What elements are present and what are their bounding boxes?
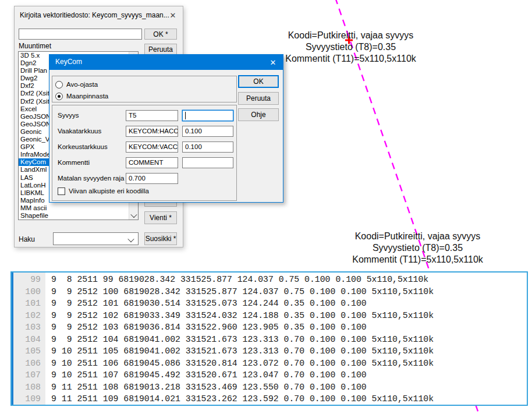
line-text: 9 8 2511 99 6819028.342 331525.877 124.0… — [45, 275, 428, 284]
cancel-button[interactable]: Peruuta — [238, 92, 279, 105]
field-code-input[interactable]: KEYCOM:HACC — [126, 126, 178, 137]
keycom-dialog: KeyCom ✕ Avo-ojastaMaanpinnasta SyvyysT5… — [49, 54, 283, 203]
field-code-input[interactable]: KEYCOM:VACC — [126, 141, 178, 153]
line-text: 9 10 2511 107 6819045.492 331520.671 123… — [45, 370, 367, 380]
data-row: 1099 11 2511 109 6819014.021 331523.262 … — [13, 393, 527, 405]
line-text: 9 11 2511 108 6819013.218 331523.469 123… — [45, 383, 367, 392]
search-combobox[interactable] — [53, 232, 139, 245]
help-button[interactable]: Ohje — [238, 108, 279, 121]
format-item[interactable]: MM ascii — [19, 204, 138, 212]
ok-button[interactable]: OK * — [144, 29, 177, 40]
filename-input[interactable] — [19, 29, 142, 40]
data-row: 1089 11 2511 108 6819013.218 331523.469 … — [13, 381, 527, 394]
close-icon[interactable]: ✕ — [263, 55, 283, 70]
annotation-line: Koodi=Putkireitti, vajaa syvyys — [265, 30, 437, 41]
line-text: 9 9 2512 103 6819036.814 331522.960 123.… — [45, 323, 367, 332]
search-label: Haku — [19, 235, 35, 243]
line-number: 107 — [13, 370, 45, 380]
annotation-line: Syvyystieto (T8)=0.35 — [265, 41, 437, 53]
write-dialog-title: Kirjoita vektoritiedosto: Keycom_syvyys_… — [20, 11, 169, 19]
radio-option[interactable]: Avo-ojasta — [55, 80, 98, 89]
write-dialog-titlebar[interactable]: Kirjoita vektoritiedosto: Keycom_syvyys_… — [15, 6, 183, 24]
chevron-down-icon — [127, 236, 134, 242]
line-number: 100 — [13, 287, 45, 296]
field-label: Matalan syvyyden raja — [58, 175, 124, 182]
line-number: 108 — [13, 383, 45, 392]
text-caret — [185, 112, 186, 119]
data-row: 1039 9 2512 103 6819036.814 331522.960 1… — [13, 321, 527, 334]
data-row: 1079 10 2511 107 6819045.492 331520.671 … — [13, 369, 527, 381]
field-code-input[interactable]: 0.700 — [126, 173, 178, 184]
radio-label: Maanpinnasta — [66, 93, 108, 100]
field-value-input[interactable]: 0.100 — [182, 126, 233, 137]
data-row: 999 8 2511 99 6819028.342 331525.877 124… — [13, 274, 527, 286]
cancel-button[interactable]: Peruuta — [144, 44, 177, 55]
field-label: Vaakatarkkuus — [58, 128, 101, 135]
field-value-input[interactable] — [182, 157, 233, 168]
map-annotation-top: Koodi=Putkireitti, vajaa syvyysSyvyystie… — [265, 30, 437, 65]
line-text: 9 9 2512 102 6819033.349 331524.032 124.… — [45, 311, 434, 320]
checkbox-label: Viivan alkupiste eri koodilla — [69, 187, 149, 194]
line-number: 101 — [13, 299, 45, 308]
line-number: 102 — [13, 311, 45, 320]
line-text: 9 10 2511 106 6819045.086 331520.814 123… — [45, 359, 434, 368]
field-code-input[interactable]: T5 — [126, 110, 178, 121]
ok-button[interactable]: OK — [238, 75, 279, 88]
map-annotation-bottom: Koodi=Putkireitti, vajaa syvyysSyvyystie… — [332, 231, 503, 266]
field-label: Korkeustarkkuus — [58, 143, 108, 150]
line-text: 9 11 2511 109 6819014.021 331523.262 123… — [45, 394, 434, 404]
keycom-title: KeyCom — [55, 58, 82, 66]
line-text: 9 10 2511 105 6819041.002 331521.673 123… — [45, 346, 434, 356]
scroll-down-icon[interactable] — [129, 211, 138, 220]
radio-option[interactable]: Maanpinnasta — [55, 91, 108, 101]
line-number: 104 — [13, 335, 45, 344]
format-item[interactable]: Shapefile — [19, 212, 138, 220]
field-label: Kommentti — [58, 159, 90, 166]
keycom-titlebar[interactable]: KeyCom ✕ — [49, 55, 283, 70]
data-row: 1009 9 2512 100 6819028.342 331525.877 1… — [13, 286, 527, 298]
field-label: Syvyys — [58, 112, 79, 119]
data-row: 1029 9 2512 102 6819033.349 331524.032 1… — [13, 310, 527, 322]
data-row: 1059 10 2511 105 6819041.002 331521.673 … — [13, 345, 527, 358]
data-rows: 999 8 2511 99 6819028.342 331525.877 124… — [13, 274, 527, 405]
annotation-line: Koodi=Putkireitti, vajaa syvyys — [332, 231, 503, 242]
export-button[interactable]: Vienti * — [144, 211, 177, 224]
annotation-line: Kommentit (T11)=5x110,5x110k — [265, 53, 437, 65]
converters-label: Muuntimet — [19, 42, 51, 50]
checkbox-icon[interactable] — [58, 187, 65, 195]
file-preview-panel: 999 8 2511 99 6819028.342 331525.877 124… — [10, 271, 528, 406]
favorite-button[interactable]: Suosikki * — [144, 232, 177, 245]
close-icon[interactable]: ✕ — [168, 10, 178, 20]
radio-label: Avo-ojasta — [66, 81, 98, 88]
data-row: 1069 10 2511 106 6819045.086 331520.814 … — [13, 358, 527, 370]
data-row: 1049 9 2512 104 6819041.002 331521.673 1… — [13, 334, 527, 346]
line-number: 103 — [13, 323, 45, 332]
radio-icon[interactable] — [55, 81, 63, 89]
line-text: 9 9 2512 101 6819030.514 331525.073 124.… — [45, 299, 367, 308]
start-point-code-checkbox[interactable]: Viivan alkupiste eri koodilla — [58, 187, 149, 195]
line-number: 105 — [13, 346, 45, 356]
line-number: 99 — [13, 275, 45, 284]
line-number: 106 — [13, 359, 45, 368]
annotation-line: Kommentit (T11)=5x110,5x110k — [332, 254, 503, 266]
field-code-input[interactable]: COMMENT — [126, 157, 178, 168]
field-value-input[interactable]: 0.100 — [182, 141, 233, 153]
line-text: 9 9 2512 100 6819028.342 331525.877 124.… — [45, 287, 434, 296]
radio-icon[interactable] — [55, 93, 63, 100]
field-value-input[interactable] — [182, 110, 233, 121]
annotation-line: Syvyystieto (T8)=0.35 — [332, 242, 503, 254]
line-number: 109 — [13, 394, 45, 404]
data-row: 1019 9 2512 101 6819030.514 331525.073 1… — [13, 298, 527, 310]
line-text: 9 9 2512 104 6819041.002 331521.673 123.… — [45, 335, 434, 344]
